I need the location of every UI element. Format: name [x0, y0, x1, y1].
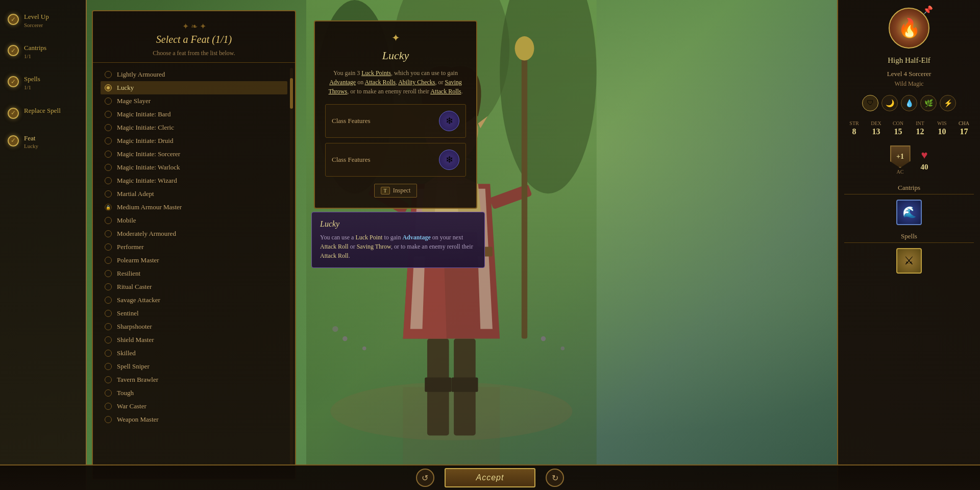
svg-point-23 [332, 326, 338, 332]
scroll-thumb[interactable] [290, 78, 293, 109]
feat-item-moderately-armoured[interactable]: Moderately Armoured [101, 227, 287, 240]
class-feature-icon-1: ❄ [439, 111, 459, 131]
stat-wis-value: 10 [938, 127, 946, 136]
sidebar-step-level-up[interactable]: ✓ Level Up Sorcerer [8, 10, 78, 31]
feat-item-spell-sniper[interactable]: Spell Sniper [101, 360, 287, 373]
stat-icon-leaf[interactable]: 🌿 [920, 95, 937, 111]
feat-name-mage-slayer: Mage Slayer [117, 97, 151, 105]
accept-button[interactable]: Accept [445, 468, 536, 487]
feat-name-magic-initiate:-bard: Magic Initiate: Bard [117, 110, 170, 118]
feat-item-ritual-caster[interactable]: Ritual Caster [101, 280, 287, 293]
inspect-button[interactable]: T Inspect [374, 184, 418, 198]
stat-con: CON 15 [888, 120, 908, 136]
feat-item-medium-armour-master[interactable]: Medium Armour Master [101, 201, 287, 214]
feat-item-resilient[interactable]: Resilient [101, 267, 287, 280]
step-check-feat: ✓ [8, 135, 19, 146]
stat-icon-shield[interactable]: 🛡 [862, 95, 878, 111]
feat-item-magic-initiate-cleric[interactable]: Magic Initiate: Cleric [101, 121, 287, 134]
char-race: High Half-Elf [888, 56, 930, 65]
stat-cha: CHA 17 [954, 120, 974, 136]
svg-point-15 [515, 36, 534, 60]
feat-item-tough[interactable]: Tough [101, 386, 287, 400]
feat-panel-subtitle: Choose a feat from the list below. [103, 50, 285, 57]
svg-rect-8 [425, 377, 451, 391]
feat-radio-weapon-master [105, 416, 112, 423]
feat-item-polearm-master[interactable]: Polearm Master [101, 254, 287, 267]
feat-item-sentinel[interactable]: Sentinel [101, 307, 287, 320]
stat-wis: WIS 10 [932, 120, 952, 136]
feat-items-container: Lightly ArmouredLuckyMage SlayerMagic In… [101, 68, 287, 426]
feat-item-weapon-master[interactable]: Weapon Master [101, 413, 287, 426]
sidebar-step-replace-spell[interactable]: ✓ Replace Spell [8, 104, 78, 121]
feat-radio-performer [105, 243, 112, 251]
feat-radio-magic-initiate:-bard [105, 111, 112, 118]
feat-name-savage-attacker: Savage Attacker [117, 296, 160, 304]
feat-item-magic-initiate-bard[interactable]: Magic Initiate: Bard [101, 108, 287, 121]
feat-name-shield-master: Shield Master [117, 336, 154, 344]
feat-name-spell-sniper: Spell Sniper [117, 362, 150, 371]
stat-str-label: STR [849, 120, 859, 126]
feat-item-skilled[interactable]: Skilled [101, 347, 287, 360]
stat-icon-lightning[interactable]: ⚡ [940, 95, 956, 111]
feat-name-mobile: Mobile [117, 216, 136, 225]
stat-icon-moon[interactable]: 🌙 [881, 95, 898, 111]
pin-icon: 📌 [923, 5, 933, 15]
feat-item-mage-slayer[interactable]: Mage Slayer [101, 94, 287, 108]
feat-item-mobile[interactable]: Mobile [101, 214, 287, 227]
class-feature-box-1[interactable]: Class Features ❄ [325, 104, 466, 138]
svg-point-25 [561, 347, 565, 351]
feat-name-tough: Tough [117, 389, 134, 397]
forward-button[interactable]: ↻ [546, 469, 564, 487]
cantrip-icon[interactable]: 🌊 [896, 200, 922, 225]
stats-grid: STR 8 DEX 13 CON 15 INT 12 WIS 10 CHA 17 [844, 120, 974, 136]
spell-icon[interactable]: ⚔ [896, 248, 922, 274]
back-button[interactable]: ↺ [416, 469, 434, 487]
feat-item-war-caster[interactable]: War Caster [101, 400, 287, 413]
step-sub-feat: Lucky [24, 142, 38, 150]
feat-radio-spell-sniper [105, 363, 112, 370]
sidebar-step-feat[interactable]: ✓ Feat Lucky [8, 132, 78, 153]
feat-name-moderately-armoured: Moderately Armoured [117, 230, 176, 238]
class-feature-label-2: Class Features [332, 156, 433, 164]
feat-item-shield-master[interactable]: Shield Master [101, 333, 287, 347]
feat-radio-polearm-master [105, 257, 112, 264]
feat-item-magic-initiate-druid[interactable]: Magic Initiate: Druid [101, 134, 287, 148]
stat-dex: DEX 13 [866, 120, 886, 136]
sidebar-step-spells[interactable]: ✓ Spells 1/1 [8, 72, 78, 93]
feat-item-performer[interactable]: Performer [101, 240, 287, 254]
feat-item-savage-attacker[interactable]: Savage Attacker [101, 293, 287, 307]
feat-detail-title: Lucky [325, 49, 466, 62]
feat-name-ritual-caster: Ritual Caster [117, 283, 152, 291]
lucky-tooltip: Lucky You can use a Luck Point to gain A… [311, 212, 485, 268]
feat-item-tavern-brawler[interactable]: Tavern Brawler [101, 373, 287, 386]
feat-item-magic-initiate-warlock[interactable]: Magic Initiate: Warlock [101, 161, 287, 174]
step-label-spells: Spells [24, 75, 40, 84]
feat-item-sharpshooter[interactable]: Sharpshooter [101, 320, 287, 333]
svg-rect-14 [522, 48, 527, 339]
feat-selection-panel: ✦ ❧ ✦ Select a Feat (1/1) Choose a feat … [92, 10, 296, 480]
feat-item-lucky[interactable]: Lucky [101, 81, 287, 94]
step-sub-cantrips: 1/1 [24, 53, 46, 60]
step-label-replace-spell: Replace Spell [24, 107, 61, 115]
feat-radio-shield-master [105, 336, 112, 344]
stat-icon-water[interactable]: 💧 [901, 95, 917, 111]
step-sub-level-up: Sorcerer [24, 21, 49, 29]
highlight-ability-checks: Ability Checks [398, 79, 435, 86]
feat-item-martial-adept[interactable]: Martial Adept [101, 187, 287, 201]
feat-name-magic-initiate:-cleric: Magic Initiate: Cleric [117, 124, 174, 132]
feat-radio-tavern-brawler [105, 376, 112, 383]
feat-item-lightly-armoured[interactable]: Lightly Armoured [101, 68, 287, 81]
class-feature-box-2[interactable]: Class Features ❄ [325, 143, 466, 177]
inspect-label: Inspect [393, 187, 411, 194]
stat-con-label: CON [893, 120, 903, 126]
scroll-track[interactable] [290, 68, 293, 474]
stat-cha-value: 17 [960, 127, 968, 136]
feat-name-lucky: Lucky [117, 84, 134, 92]
feat-radio-sentinel [105, 310, 112, 317]
step-sub-spells: 1/1 [24, 84, 40, 91]
feat-item-magic-initiate-wizard[interactable]: Magic Initiate: Wizard [101, 174, 287, 187]
sidebar-step-cantrips[interactable]: ✓ Cantrips 1/1 [8, 41, 78, 62]
feat-item-magic-initiate-sorcerer[interactable]: Magic Initiate: Sorcerer [101, 148, 287, 161]
step-check-level-up: ✓ [8, 14, 19, 25]
feat-radio-martial-adept [105, 190, 112, 198]
